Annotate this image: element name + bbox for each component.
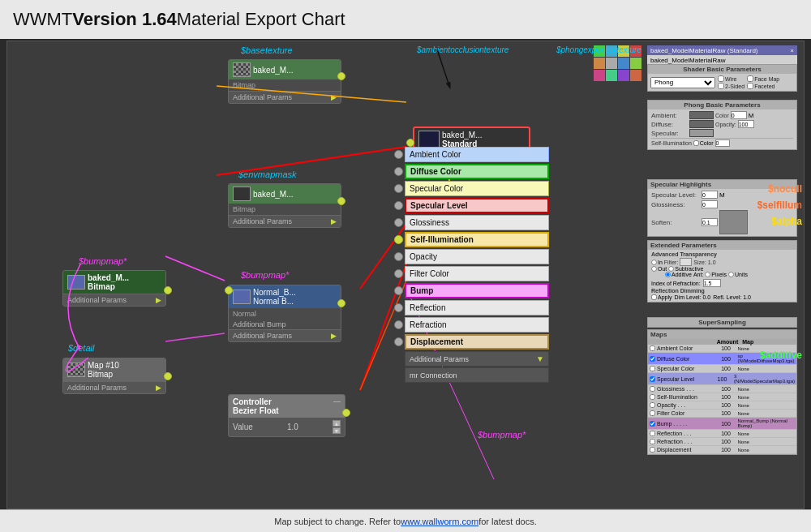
slot-displacement: Displacement [405, 334, 549, 350]
node2-name: baked_M... [253, 190, 293, 199]
bottom-link[interactable]: www.wallworm.com [401, 517, 478, 526]
slot-selfillum-label: Self-Illumination [405, 232, 549, 247]
map-row-11: Displacement100None [648, 446, 796, 454]
node-thumb-1 [233, 62, 251, 77]
slot-displacement-label: Displacement [405, 334, 549, 350]
value-up-btn[interactable]: ▲ [333, 420, 341, 427]
units-radio[interactable] [728, 272, 734, 277]
bottom-bar: Map subject to change. Refer to www.wall… [0, 509, 811, 532]
svg-line-2 [165, 256, 225, 281]
specular-swatch[interactable] [689, 129, 714, 137]
map-col-header: Map [742, 339, 795, 345]
gloss-label: Glossiness: [651, 201, 700, 208]
slot-specular: Specular Color [405, 181, 549, 196]
title-bar: WWMT Version 1.64 Material Export Chart [0, 0, 811, 39]
map-row-4: Glossiness . . .100None [648, 385, 796, 393]
chart-area: $basetexture baked_M... Bitmap Additiona… [6, 41, 805, 509]
falloff-out[interactable] [651, 266, 657, 272]
svg-line-8 [360, 281, 406, 390]
node-map10: Map #10 Bitmap Additional Params ▶ [62, 358, 166, 394]
slot-diffuse-label: Diffuse Color [405, 164, 549, 179]
node5-name: Map #10 [88, 361, 119, 370]
two-sided-checkbox[interactable] [718, 83, 724, 89]
pixels-radio[interactable] [705, 272, 710, 277]
spec-m-btn: M [719, 191, 725, 199]
wire-label: Wire [725, 76, 736, 82]
selfillum-val[interactable] [715, 139, 730, 147]
node2-params: Additional Params [233, 217, 292, 225]
node5-type: Bitmap [88, 370, 119, 379]
panel-close-btn[interactable]: × [790, 47, 794, 54]
spec-preview [719, 210, 748, 234]
slot-self-illum: Self-Illumination [405, 232, 549, 247]
face-map-checkbox[interactable] [747, 75, 753, 82]
add-bump-label: Additional Bump [233, 320, 286, 328]
opacity-input[interactable] [738, 120, 754, 128]
ior-input[interactable] [703, 279, 721, 287]
soften-label: Soften: [651, 219, 700, 226]
slot-filter-label: Filter Color [405, 266, 549, 281]
node1-params: Additional Params [233, 93, 292, 101]
type-subtractive[interactable] [668, 266, 674, 272]
bumpmap1-label: $bumpmap* [79, 256, 127, 266]
node1-type: Bitmap [229, 79, 341, 91]
spec-level-label: Specular Level: [651, 191, 700, 199]
faceted-label: Faceted [754, 84, 775, 89]
phong-basic-title: Phong Basic Parameters [648, 101, 796, 109]
filter-color[interactable] [680, 258, 692, 266]
dot-node1 [337, 72, 345, 80]
shader-basic-params: Shader Basic Parameters Phong Wire 2-Sid… [647, 64, 797, 92]
ambient-input[interactable] [731, 111, 747, 119]
extended-params: Extended Parameters Advanced Transparenc… [647, 240, 797, 302]
shader-dropdown[interactable]: Phong [650, 77, 715, 88]
map-row-7: Filter Color100None [648, 410, 796, 418]
adv-trans-label: Advanced Transparency [651, 251, 793, 257]
node2-type: Bitmap [229, 204, 341, 215]
type-additive[interactable] [665, 272, 671, 277]
diffuse-swatch[interactable] [689, 120, 714, 128]
node1-name: baked_M... [253, 66, 293, 75]
filter-label-ext: Filter: [664, 260, 679, 265]
node3-name: baked_M... [88, 273, 129, 282]
face-map-label: Face Map [754, 76, 779, 82]
apply-checkbox[interactable] [651, 294, 657, 300]
slot-ambient-label: Ambient Color [405, 147, 549, 162]
slot-mr-conn: mr Connection [405, 367, 549, 383]
node-thumb-3 [418, 131, 440, 148]
svg-line-4 [165, 333, 225, 341]
extended-title: Extended Parameters [648, 241, 796, 250]
map-row-5: Self-Illumination100None [648, 393, 796, 401]
selfillum-color-check[interactable] [693, 140, 699, 146]
bumpmap2-label: $bumpmap* [241, 270, 289, 280]
soften-input[interactable] [702, 218, 718, 226]
wire-checkbox[interactable] [718, 75, 724, 82]
node5-params: Additional Params [67, 384, 127, 392]
size-label: Size: 1.0 [693, 260, 715, 265]
node4-params: Additional Params [233, 332, 292, 340]
amount-col-header: Amount [717, 339, 738, 345]
ambient-label: Ambient: [651, 112, 688, 119]
maps-rows: Ambient Color100NoneDiffuse Color100sp (… [648, 345, 796, 454]
material-slots: Ambient Color Diffuse Color Specular Col… [405, 147, 549, 383]
ambient-occlusion-label: $ambientocclusiontexture [417, 45, 508, 54]
slot-bump-label: Bump [405, 283, 549, 298]
map-row-2: Specular Color100None [648, 365, 796, 373]
title-suffix: Material Export Chart [177, 9, 345, 30]
gloss-input[interactable] [702, 200, 718, 208]
faceted-checkbox[interactable] [747, 83, 753, 89]
supersampling-panel: SuperSampling [647, 317, 797, 328]
slot-spec-level-label: Specular Level [405, 198, 549, 213]
slot-gloss-label: Glossiness [405, 215, 549, 230]
node-thumb-5 [233, 290, 251, 304]
ambient-swatch[interactable] [689, 111, 714, 119]
node-thumb-4 [67, 275, 85, 290]
spec-level-input[interactable] [702, 191, 718, 199]
value-down-btn[interactable]: ▼ [333, 427, 341, 434]
two-sided-label: 2-Sided [725, 84, 744, 89]
dot-controller [342, 409, 350, 417]
node-controller: Controller Bezier Float — Value 1.0 ▲ ▼ [228, 394, 345, 437]
bumpmap3-label: $bumpmap* [478, 430, 526, 440]
node-basetexture: baked_M... Bitmap Additional Params ▶ [228, 59, 341, 104]
phongexponent-label: $phongexponenttexture [556, 45, 642, 54]
falloff-in[interactable] [651, 260, 657, 265]
